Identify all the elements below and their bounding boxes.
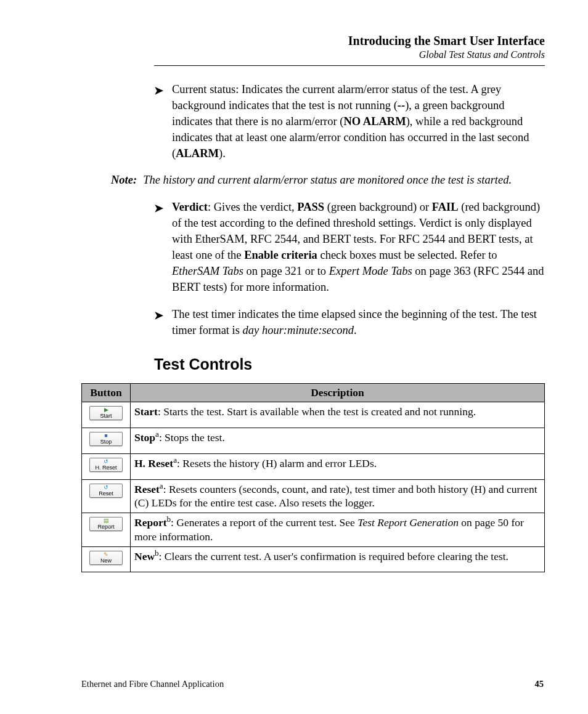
new-icon: ✎ <box>94 552 118 558</box>
note-body: The history and current alarm/error stat… <box>143 172 545 189</box>
desc-report: Reportb: Generates a report of the curre… <box>131 513 545 547</box>
text-enable: Enable criteria <box>244 249 317 261</box>
page-number: 45 <box>535 679 544 689</box>
desc-new: Newb: Clears the current test. A user's … <box>131 546 545 572</box>
page-footer: Ethernet and Fibre Channel Application 4… <box>43 679 545 689</box>
desc-reset: Reseta: Resets counters (seconds, count,… <box>131 479 545 513</box>
table-row: ↺ H. Reset H. Reseta: Resets the history… <box>82 453 545 479</box>
note-label: Note: <box>111 172 137 189</box>
arrow-icon: ➤ <box>154 82 163 161</box>
footer-product: Ethernet and Fibre Channel Application <box>81 679 224 689</box>
text: (green background) or <box>324 201 432 213</box>
text-alarm: ALARM <box>176 147 219 160</box>
start-button[interactable]: ▶ Start <box>89 406 123 420</box>
text-verdict: Verdict <box>172 201 208 213</box>
col-button: Button <box>82 384 131 402</box>
stop-button[interactable]: ■ Stop <box>89 432 123 446</box>
text: ). <box>219 147 226 160</box>
desc-hreset: H. Reseta: Resets the history (H) alarm … <box>131 453 545 479</box>
bullet-test-timer: ➤ The test timer indicates the time elap… <box>154 307 545 339</box>
button-label: New <box>100 558 112 564</box>
arrow-icon: ➤ <box>154 307 163 339</box>
play-icon: ▶ <box>94 407 118 413</box>
text-pass: PASS <box>297 201 324 213</box>
reset-icon: ↺ <box>94 485 118 490</box>
text: on page 321 or to <box>243 265 329 277</box>
table-row: ▶ Start Start: Starts the test. Start is… <box>82 402 545 428</box>
arrow-icon: ➤ <box>154 200 163 295</box>
text-fail: FAIL <box>432 201 459 213</box>
table-row: ↺ Reset Reseta: Resets counters (seconds… <box>82 479 545 513</box>
link-ethersam-tabs: EtherSAM Tabs <box>172 265 243 277</box>
text-dashes: -- <box>398 99 405 112</box>
button-label: Stop <box>100 439 112 445</box>
text: : Gives the verdict, <box>208 201 297 213</box>
table-row: ▤ Report Reportb: Generates a report of … <box>82 513 545 547</box>
note: Note: The history and current alarm/erro… <box>111 172 545 189</box>
text: . <box>354 324 357 336</box>
col-description: Description <box>131 384 545 402</box>
button-label: Report <box>97 524 114 530</box>
reset-button[interactable]: ↺ Reset <box>89 484 123 498</box>
bullet-current-status: ➤ Current status: Indicates the current … <box>154 82 545 161</box>
report-icon: ▤ <box>94 518 118 524</box>
button-label: H. Reset <box>95 465 116 471</box>
reset-icon: ↺ <box>94 459 118 465</box>
section-title: Global Test Status and Controls <box>43 49 545 60</box>
button-label: Reset <box>99 490 113 497</box>
text: check boxes must be selected. Refer to <box>317 249 497 261</box>
table-row: ■ Stop Stopa: Stops the test. <box>82 428 545 454</box>
desc-stop: Stopa: Stops the test. <box>131 428 545 454</box>
button-label: Start <box>100 413 112 419</box>
text-no-alarm: NO ALARM <box>343 115 406 128</box>
header-rule <box>154 65 545 66</box>
new-button[interactable]: ✎ New <box>89 551 123 565</box>
heading-test-controls: Test Controls <box>154 355 545 373</box>
test-controls-table: Button Description ▶ Start Start: Starts… <box>81 383 545 572</box>
bullet-verdict: ➤ Verdict: Gives the verdict, PASS (gree… <box>154 200 545 295</box>
chapter-title: Introducing the Smart User Interface <box>43 34 545 48</box>
link-expert-mode-tabs: Expert Mode Tabs <box>329 265 412 277</box>
text-timer-format: day hour:minute:second <box>243 324 354 336</box>
report-button[interactable]: ▤ Report <box>89 517 123 531</box>
stop-icon: ■ <box>94 433 118 439</box>
table-row: ✎ New Newb: Clears the current test. A u… <box>82 546 545 572</box>
h-reset-button[interactable]: ↺ H. Reset <box>89 458 123 472</box>
desc-start: Start: Starts the test. Start is availab… <box>131 402 545 428</box>
